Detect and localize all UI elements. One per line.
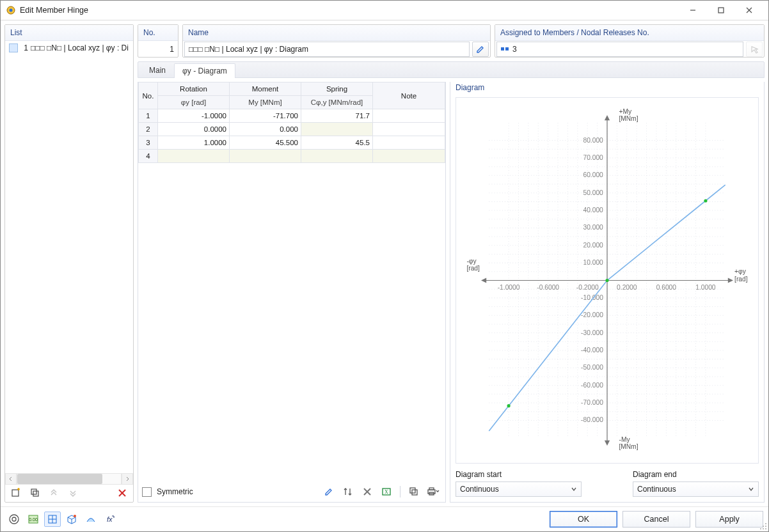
svg-rect-6 <box>12 490 19 496</box>
svg-text:10.000: 10.000 <box>583 259 603 266</box>
svg-point-131 <box>763 526 764 527</box>
list-panel: List 1 □□□ □N□ | Local xyz | φy : Di <box>4 24 134 503</box>
svg-text:70.000: 70.000 <box>583 154 603 161</box>
svg-text:-φy: -φy <box>466 258 477 265</box>
close-button[interactable] <box>735 1 763 19</box>
svg-point-128 <box>74 515 76 517</box>
list-tool-b-button <box>65 485 82 501</box>
scroll-right-icon[interactable] <box>122 473 133 485</box>
svg-point-117 <box>10 515 19 524</box>
number-value: 1 <box>138 41 178 57</box>
number-panel: No. 1 <box>138 24 178 58</box>
resize-grip-icon[interactable] <box>759 522 767 530</box>
svg-point-1 <box>10 9 13 12</box>
assigned-value: 3 <box>512 45 517 54</box>
assigned-input[interactable]: 3 <box>496 42 743 57</box>
svg-rect-20 <box>412 490 417 495</box>
list-horizontal-scrollbar[interactable] <box>5 474 133 484</box>
list-item-number: 1 <box>20 43 28 52</box>
edit-name-button[interactable] <box>472 42 489 57</box>
export-excel-button[interactable]: X <box>378 484 395 499</box>
minimize-button[interactable] <box>679 1 707 19</box>
pick-members-button <box>746 42 763 57</box>
svg-text:60.000: 60.000 <box>583 171 603 178</box>
list-tool-a-button <box>46 485 63 501</box>
list-toolbar <box>5 484 133 502</box>
name-panel: Name □□□ □N□ | Local xyz | φy : Diagram <box>182 24 491 58</box>
tab-main[interactable]: Main <box>141 63 174 77</box>
svg-text:40.000: 40.000 <box>583 207 603 214</box>
svg-rect-22 <box>429 488 434 490</box>
diagram-start-value: Continuous <box>460 485 499 494</box>
col-moment-sub: My [MNm] <box>230 96 301 109</box>
svg-text:-0.2000: -0.2000 <box>576 284 599 291</box>
svg-text:-80.000: -80.000 <box>581 416 603 423</box>
svg-text:-0.6000: -0.6000 <box>537 284 559 291</box>
svg-marker-83 <box>605 441 610 446</box>
toolbar-separator <box>400 486 400 497</box>
new-item-button[interactable] <box>8 485 24 501</box>
name-input-value: □□□ □N□ | Local xyz | φy : Diagram <box>189 45 308 54</box>
data-table[interactable]: No. Rotation Moment Spring Note φy [rad]… <box>138 82 445 163</box>
svg-point-118 <box>12 517 16 521</box>
table-row[interactable]: 1 -1.0000 -71.700 71.7 <box>139 109 445 123</box>
copy-table-button[interactable] <box>406 484 422 499</box>
tab-strip: Main φy - Diagram <box>138 61 765 78</box>
sort-toggle-button[interactable] <box>340 484 356 499</box>
delete-row-button[interactable] <box>359 484 376 499</box>
svg-marker-80 <box>481 278 486 283</box>
svg-text:-60.000: -60.000 <box>581 382 603 389</box>
svg-text:[MNm]: [MNm] <box>619 115 638 122</box>
name-input[interactable]: □□□ □N□ | Local xyz | φy : Diagram <box>184 42 470 57</box>
col-moment: Moment <box>230 82 301 96</box>
scroll-left-icon[interactable] <box>5 473 17 485</box>
diagram-end-combo[interactable]: Continuous <box>633 481 759 497</box>
svg-rect-10 <box>33 491 38 496</box>
col-spring-sub: Cφ,y [MNm/rad] <box>301 96 373 109</box>
print-dropdown-button[interactable] <box>425 484 441 499</box>
svg-text:1.0000: 1.0000 <box>695 284 716 291</box>
cancel-button[interactable]: Cancel <box>622 511 690 528</box>
diagram-start-combo[interactable]: Continuous <box>456 481 582 497</box>
diagram-end-label: Diagram end <box>633 470 759 479</box>
diagram-area: -1.0000-0.6000-0.20000.20000.60001.0000-… <box>456 97 759 464</box>
symmetric-checkbox[interactable] <box>142 487 152 497</box>
svg-text:-My: -My <box>619 436 630 443</box>
function-button[interactable]: fx <box>102 512 118 527</box>
scroll-track[interactable] <box>17 473 122 485</box>
units-button[interactable]: 0.00 <box>25 512 42 527</box>
svg-rect-9 <box>31 489 36 494</box>
view-2d-button[interactable] <box>44 512 61 527</box>
table-row[interactable]: 4 <box>139 150 445 163</box>
list-panel-header: List <box>5 25 133 41</box>
copy-item-button[interactable] <box>27 485 44 501</box>
scroll-thumb[interactable] <box>17 474 102 484</box>
col-rotation-sub: φy [rad] <box>158 96 230 109</box>
apply-button[interactable]: Apply <box>695 511 763 528</box>
delete-item-button[interactable] <box>114 485 131 501</box>
table-footer: Symmetric X <box>138 481 445 502</box>
svg-rect-3 <box>718 8 724 13</box>
maximize-button[interactable] <box>707 1 735 19</box>
hinge-glyph-icon <box>9 43 18 52</box>
list-item[interactable]: 1 □□□ □N□ | Local xyz | φy : Di <box>6 42 132 54</box>
view-3d-button[interactable] <box>63 512 80 527</box>
svg-point-133 <box>760 528 761 529</box>
svg-line-125 <box>68 517 72 519</box>
members-icon <box>501 47 509 51</box>
table-row[interactable]: 2 0.0000 0.000 <box>139 123 445 136</box>
view-render-button[interactable] <box>83 512 99 527</box>
col-spring: Spring <box>301 82 373 96</box>
edit-row-button[interactable] <box>321 484 337 499</box>
tab-diagram[interactable]: φy - Diagram <box>174 63 235 78</box>
table-row[interactable]: 3 1.0000 45.500 45.5 <box>139 136 445 150</box>
ok-button[interactable]: OK <box>550 511 617 528</box>
svg-text:50.000: 50.000 <box>583 189 603 196</box>
list-panel-body: 1 □□□ □N□ | Local xyz | φy : Di <box>5 41 133 474</box>
svg-text:0.6000: 0.6000 <box>656 284 677 291</box>
svg-point-108 <box>704 199 707 202</box>
svg-text:0.2000: 0.2000 <box>617 284 637 291</box>
diagram-panel: Diagram -1.0000-0.6000-0.20000.20000.600… <box>450 82 765 503</box>
table-panel: No. Rotation Moment Spring Note φy [rad]… <box>138 82 446 503</box>
help-button[interactable] <box>6 512 22 527</box>
